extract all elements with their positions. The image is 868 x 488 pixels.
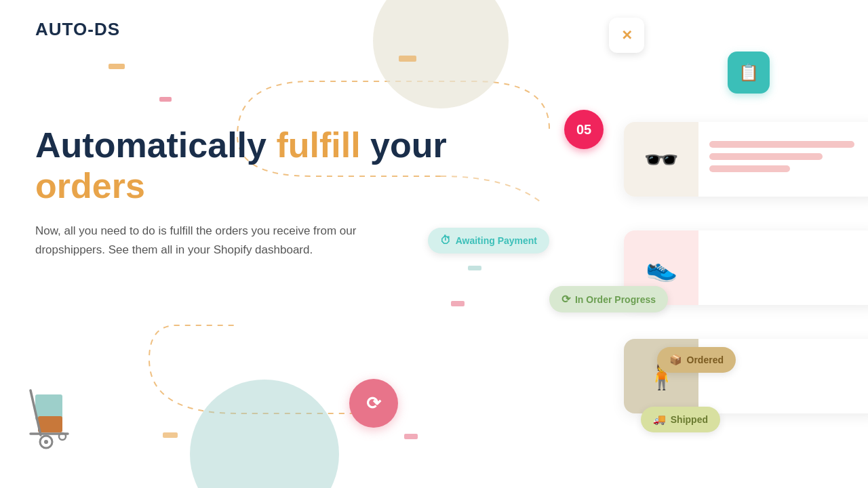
product-line-2 — [709, 153, 823, 160]
deco-rect-7 — [468, 266, 481, 270]
product-details-sunglasses — [698, 131, 868, 187]
deco-rect-6 — [404, 434, 418, 439]
logo-text: AUTO-DS — [35, 19, 120, 39]
headline-section: Automatically fulfill your orders Now, a… — [35, 125, 483, 260]
clipboard-icon: 📋 — [738, 63, 759, 82]
sneaker-icon: 👟 — [646, 253, 677, 283]
error-icon-card: ✕ — [609, 18, 644, 53]
headline-orders: orders — [35, 166, 483, 207]
logo: AUTO-DS — [35, 19, 120, 40]
deco-rect-4 — [451, 301, 465, 306]
status-pill-ordered: 📦 Ordered — [657, 347, 736, 373]
status-pill-shipped: 🚚 Shipped — [641, 407, 720, 432]
shipped-label: Shipped — [671, 414, 708, 425]
headline-title: Automatically fulfill your — [35, 125, 483, 166]
headline-body: Now, all you need to do is fulfill the o… — [35, 222, 422, 260]
error-icon: ✕ — [621, 27, 633, 43]
truck-icon: 🚚 — [653, 413, 666, 426]
awaiting-label: Awaiting Payment — [456, 235, 537, 246]
step-badge: 05 — [564, 110, 604, 149]
box-icon: 📦 — [669, 354, 682, 366]
deco-rect-2 — [159, 97, 172, 102]
product-line-3 — [709, 165, 790, 172]
deco-circle-top — [373, 0, 509, 108]
sync-circle-button[interactable]: ⟳ — [349, 379, 398, 428]
trolley-wheel-hub — [44, 440, 48, 444]
sync-icon: ⟳ — [366, 393, 381, 414]
clipboard-icon-card: 📋 — [728, 52, 770, 94]
product-panel-sunglasses: 🕶️ — [624, 122, 868, 197]
deco-rect-3 — [399, 56, 416, 62]
sunglasses-icon: 🕶️ — [644, 143, 679, 176]
trolley-box-orange — [38, 416, 62, 432]
status-pill-awaiting: ⏱ Awaiting Payment — [428, 228, 549, 253]
clock-icon: ⏱ — [440, 235, 451, 247]
trolley-illustration — [20, 382, 88, 450]
product-line-1 — [709, 141, 854, 148]
deco-rect-5 — [163, 432, 178, 438]
deco-circle-teal — [190, 380, 339, 488]
inprogress-label: In Order Progress — [575, 294, 656, 305]
refresh-icon: ⟳ — [561, 293, 570, 306]
status-pill-inprogress: ⟳ In Order Progress — [549, 286, 668, 312]
deco-rect-1 — [108, 64, 125, 69]
product-image-sunglasses: 🕶️ — [624, 122, 698, 197]
ordered-label: Ordered — [687, 354, 724, 365]
